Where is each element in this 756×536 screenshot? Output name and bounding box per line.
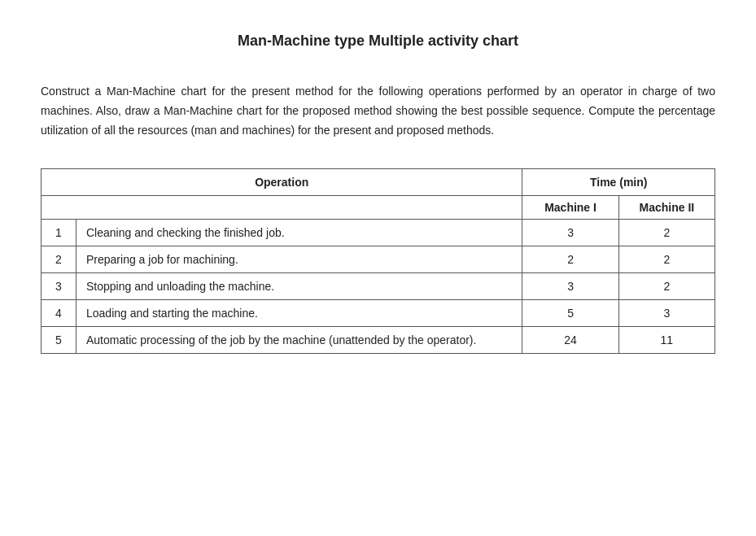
row-machine1-val: 24	[522, 327, 618, 354]
table-row: 4Loading and starting the machine.53	[42, 300, 715, 327]
activity-table: Operation Time (min) Machine I Machine I…	[41, 168, 715, 354]
row-operation: Stopping and unloading the machine.	[76, 273, 522, 300]
row-number: 2	[42, 246, 76, 273]
row-machine1-val: 3	[522, 220, 618, 246]
table-row: 2Preparing a job for machining.22	[42, 246, 715, 273]
table-row: 3Stopping and unloading the machine.32	[42, 273, 715, 300]
row-machine1-val: 5	[522, 300, 618, 327]
col-header-operation-blank	[42, 196, 522, 220]
row-machine1-val: 2	[522, 246, 618, 273]
row-machine2-val: 2	[618, 246, 714, 273]
description-text: Construct a Man-Machine chart for the pr…	[41, 82, 715, 140]
row-machine2-val: 11	[618, 327, 714, 354]
table-row: 1Cleaning and checking the finished job.…	[42, 220, 715, 246]
row-operation: Cleaning and checking the finished job.	[76, 220, 522, 246]
table-row: 5Automatic processing of the job by the …	[42, 327, 715, 354]
col-header-machine2: Machine II	[618, 196, 714, 220]
row-number: 1	[42, 220, 76, 246]
row-number: 3	[42, 273, 76, 300]
row-machine2-val: 3	[618, 300, 714, 327]
row-operation: Loading and starting the machine.	[76, 300, 522, 327]
page-title: Man-Machine type Multiple activity chart	[41, 33, 715, 50]
row-number: 5	[42, 327, 76, 354]
col-header-machine1: Machine I	[522, 196, 618, 220]
row-number: 4	[42, 300, 76, 327]
row-machine1-val: 3	[522, 273, 618, 300]
row-machine2-val: 2	[618, 220, 714, 246]
row-operation: Automatic processing of the job by the m…	[76, 327, 522, 354]
row-machine2-val: 2	[618, 273, 714, 300]
col-header-operation: Operation	[42, 169, 522, 196]
row-operation: Preparing a job for machining.	[76, 246, 522, 273]
col-header-time: Time (min)	[522, 169, 715, 196]
